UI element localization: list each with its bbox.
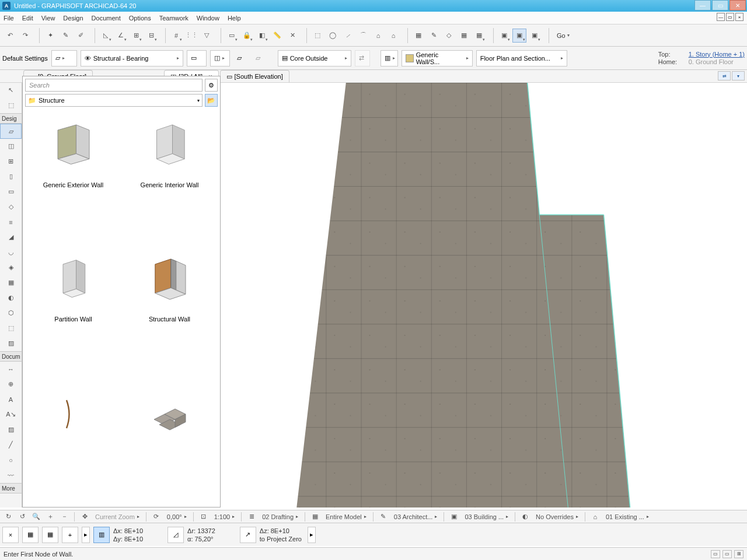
trace-button[interactable]: ◧ xyxy=(255,29,269,43)
mdi-close-button[interactable]: × xyxy=(735,13,743,21)
mesh-tool[interactable]: ▨ xyxy=(0,336,22,351)
geometry1-button[interactable]: ▭ xyxy=(187,50,207,66)
house-button[interactable]: ⌂ xyxy=(371,29,385,43)
wall-tool-icon[interactable]: ▱▸ xyxy=(51,50,77,66)
mdi-restore-button[interactable]: ▭ xyxy=(726,13,734,21)
rotate-icon[interactable]: ⟳ xyxy=(151,512,162,522)
rotation[interactable]: 0,00°▸ xyxy=(165,512,189,522)
zoomin-icon[interactable]: ＋ xyxy=(44,512,56,522)
status-icon-1[interactable]: ▭ xyxy=(711,550,720,558)
go-menu[interactable]: Go xyxy=(557,32,566,39)
more-header[interactable]: More xyxy=(0,483,22,494)
menu-teamwork[interactable]: Teamwork xyxy=(159,15,189,22)
favorite-item[interactable]: Generic Exterior Wall xyxy=(27,114,119,241)
window-tool[interactable]: ⊞ xyxy=(0,154,22,169)
gear-icon[interactable]: ⚙ xyxy=(205,79,218,92)
door-tool[interactable]: ◫ xyxy=(0,139,22,154)
wall-tool[interactable]: ▱ xyxy=(0,124,22,139)
zone-tool[interactable]: ⬚ xyxy=(0,321,22,336)
plus-button[interactable]: + xyxy=(62,527,78,543)
level-tool[interactable]: ⊕ xyxy=(0,377,22,392)
morph-tool[interactable]: ◐ xyxy=(0,290,22,306)
pen-icon[interactable]: ✎ xyxy=(378,512,389,522)
viewport-3d[interactable] xyxy=(221,83,747,508)
guide-button[interactable]: ◺ xyxy=(99,29,113,43)
core-dropdown[interactable]: ▤Core Outside▸ xyxy=(278,50,351,66)
slab-icon[interactable]: ▱ xyxy=(233,50,249,66)
roof-tool[interactable]: ◢ xyxy=(0,230,22,245)
up-folder-button[interactable]: 📂 xyxy=(205,94,218,107)
composite-icon[interactable]: ▥▸ xyxy=(381,50,398,66)
status-icon-2[interactable]: ▭ xyxy=(722,550,732,558)
layer-icon[interactable]: ≣ xyxy=(246,512,257,522)
design-header[interactable]: Desig xyxy=(0,113,22,124)
text-tool[interactable]: A xyxy=(0,392,22,407)
scale-icon[interactable]: ⊡ xyxy=(198,512,210,522)
favorite-item[interactable]: Generic Interior Wall xyxy=(124,114,215,241)
menu-document[interactable]: Document xyxy=(92,15,121,22)
xy-mode-button[interactable]: ▥ xyxy=(93,527,110,543)
status-icon-3[interactable]: ⊞ xyxy=(734,550,743,558)
override-icon[interactable]: ◐ xyxy=(519,512,531,522)
search-input[interactable]: Search xyxy=(25,79,203,92)
orbit2-icon[interactable]: ↺ xyxy=(16,512,28,522)
mvo-icon[interactable]: ▣ xyxy=(448,512,460,522)
pan-icon[interactable]: ✥ xyxy=(79,512,90,522)
document-header[interactable]: Docum xyxy=(0,351,22,362)
t4-button[interactable]: ▦ xyxy=(457,29,471,43)
gridsnap-button[interactable]: ⋮⋮ xyxy=(184,29,198,43)
shell-tool[interactable]: ◡ xyxy=(0,245,22,260)
mvo[interactable]: 03 Building ...▸ xyxy=(462,512,511,522)
polar-mode-button[interactable]: ◿ xyxy=(167,527,184,543)
snap2-button[interactable]: ⊟ xyxy=(144,29,158,43)
favorite-item[interactable]: Partition Wall xyxy=(27,248,119,375)
favorite-item[interactable] xyxy=(27,382,119,502)
t2-button[interactable]: ✎ xyxy=(427,29,441,43)
section-button[interactable]: ▣ xyxy=(528,29,542,43)
layer-combo[interactable]: 02 Drafting▸ xyxy=(260,512,301,522)
ruler-button[interactable]: 📏 xyxy=(270,29,284,43)
home-icon[interactable]: ⌂ xyxy=(386,29,400,43)
arrow-tool[interactable]: ↖ xyxy=(0,83,22,98)
favorite-item[interactable] xyxy=(124,382,215,502)
suspend-button[interactable]: ▭ xyxy=(225,29,239,43)
zoom-icon[interactable]: 🔍 xyxy=(30,512,42,522)
reno-icon[interactable]: ⌂ xyxy=(589,512,601,522)
structure-dropdown[interactable]: 👁 Structural - Bearing ▸ xyxy=(81,50,183,66)
curtain-tool[interactable]: ▦ xyxy=(0,275,22,290)
cancel-button[interactable]: ✕ xyxy=(285,29,299,43)
grid1-button[interactable]: ▦ xyxy=(22,527,39,543)
building-material-dropdown[interactable]: Generic Wall/S...▸ xyxy=(402,50,473,66)
overrides[interactable]: No Overrides▸ xyxy=(533,512,581,522)
favorite-item[interactable]: Structural Wall xyxy=(124,248,215,375)
tab-nav-icon[interactable]: ⇄ xyxy=(718,71,731,80)
pen-set[interactable]: 03 Architect...▸ xyxy=(392,512,440,522)
partial-display[interactable]: Entire Model▸ xyxy=(323,512,369,522)
expand2-icon[interactable]: ▸ xyxy=(308,527,316,543)
t5-button[interactable]: ▦ xyxy=(472,29,486,43)
close-button[interactable]: ✕ xyxy=(729,0,746,10)
pick-button[interactable]: ✦ xyxy=(43,29,57,43)
menu-edit[interactable]: Edit xyxy=(22,15,33,22)
open-view-button[interactable]: ▣ xyxy=(497,29,511,43)
geometry2-button[interactable]: ◫▸ xyxy=(210,50,230,66)
dim-tool[interactable]: ↔ xyxy=(0,362,22,377)
top-value[interactable]: 1. Story (Home + 1) xyxy=(689,51,745,58)
grid-button[interactable]: # xyxy=(169,29,183,43)
view3d-button[interactable]: ▣ xyxy=(512,29,526,43)
circle-tool[interactable]: ○ xyxy=(0,453,22,468)
menu-file[interactable]: File xyxy=(4,15,14,22)
t3-button[interactable]: ◇ xyxy=(442,29,456,43)
gravity-button[interactable]: ▽ xyxy=(200,29,214,43)
expand-icon[interactable]: ▸ xyxy=(82,527,90,543)
guide2-button[interactable]: ∠ xyxy=(114,29,128,43)
arc-button[interactable]: ⟋ xyxy=(341,29,355,43)
z-mode-button[interactable]: ↗ xyxy=(240,527,256,543)
folder-path[interactable]: 📁 Structure ▾ xyxy=(25,94,203,107)
marquee-tool[interactable]: ⬚ xyxy=(0,98,22,113)
undo-button[interactable]: ↶ xyxy=(3,29,17,43)
menu-view[interactable]: View xyxy=(41,15,55,22)
zoom-level[interactable]: Current Zoom▸ xyxy=(93,512,142,522)
lock-button[interactable]: 🔒 xyxy=(240,29,254,43)
origin-button[interactable]: × xyxy=(2,527,19,543)
